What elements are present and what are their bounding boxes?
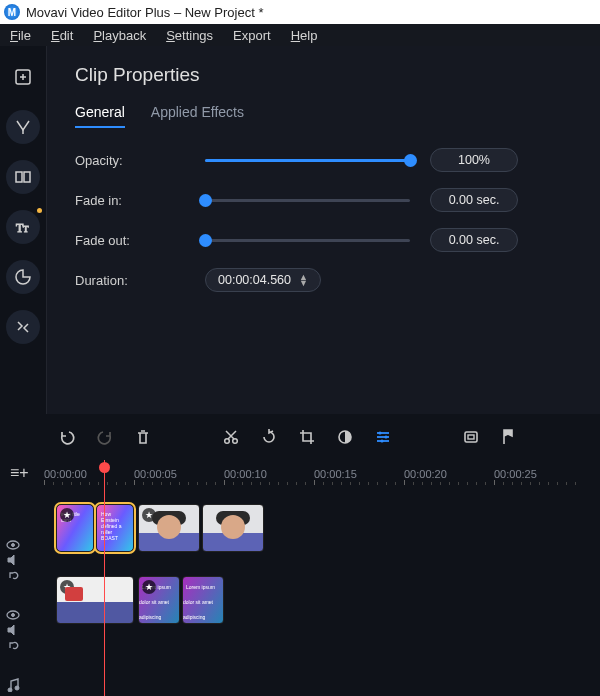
- playhead[interactable]: [104, 460, 105, 696]
- ruler-label: 00:00:15: [314, 468, 357, 480]
- svg-text:T: T: [23, 224, 29, 234]
- panel-tabs: General Applied Effects: [75, 104, 572, 128]
- video-track-2[interactable]: ★ ★ Lorem ipsum dolor sit amet adipiscin…: [42, 576, 600, 634]
- app-logo-icon: M: [4, 4, 20, 20]
- app-window: File Edit Playback Settings Export Help …: [0, 24, 600, 696]
- left-toolbar: TT: [0, 46, 46, 414]
- duration-spinner-icon[interactable]: ▲▼: [299, 274, 308, 286]
- svg-point-24: [15, 686, 19, 690]
- clip-properties-panel: Clip Properties General Applied Effects …: [46, 46, 600, 414]
- svg-point-20: [12, 544, 15, 547]
- clip-label: Lorem ipsum dolor sit amet adipiscing: [183, 580, 215, 624]
- notification-dot-icon: [37, 208, 42, 213]
- track2-controls[interactable]: [6, 610, 20, 650]
- menu-edit[interactable]: Edit: [51, 28, 73, 43]
- timeline-gutter: ≡+: [0, 460, 42, 696]
- clip-video-1[interactable]: ★: [138, 504, 200, 552]
- menu-file[interactable]: File: [10, 28, 31, 43]
- menu-help[interactable]: Help: [291, 28, 318, 43]
- panel-title: Clip Properties: [75, 64, 572, 86]
- titles-button[interactable]: TT: [6, 210, 40, 244]
- label-fadeout: Fade out:: [75, 233, 205, 248]
- audio-track[interactable]: [42, 652, 600, 674]
- label-duration: Duration:: [75, 273, 205, 288]
- clip-title-3[interactable]: ★ Lorem ipsum dolor sit amet adipiscing: [138, 576, 180, 624]
- clip-title-1[interactable]: ★ intro title card: [56, 504, 94, 552]
- clip-properties-button[interactable]: [369, 423, 397, 451]
- crop-button[interactable]: [293, 423, 321, 451]
- delete-button[interactable]: [129, 423, 157, 451]
- menu-bar: File Edit Playback Settings Export Help: [0, 24, 600, 46]
- favorite-icon: ★: [142, 580, 156, 594]
- add-marker-button[interactable]: [495, 423, 523, 451]
- transitions-button[interactable]: [6, 160, 40, 194]
- duration-text: 00:00:04.560: [218, 273, 291, 287]
- value-fadeout[interactable]: 0.00 sec.: [430, 228, 518, 252]
- record-voiceover-button[interactable]: [457, 423, 485, 451]
- clip-video-3[interactable]: ★: [56, 576, 134, 624]
- audio-track-icon[interactable]: [6, 678, 22, 692]
- row-fadein: Fade in: 0.00 sec.: [75, 188, 572, 212]
- value-opacity[interactable]: 100%: [430, 148, 518, 172]
- redo-button[interactable]: [91, 423, 119, 451]
- svg-point-14: [378, 431, 381, 434]
- menu-export[interactable]: Export: [233, 28, 271, 43]
- timeline-toolbar: [0, 414, 600, 460]
- ruler-label: 00:00:25: [494, 468, 537, 480]
- value-duration[interactable]: 00:00:04.560 ▲▼: [205, 268, 321, 292]
- window-titlebar: M Movavi Video Editor Plus – New Project…: [0, 0, 600, 24]
- row-fadeout: Fade out: 0.00 sec.: [75, 228, 572, 252]
- tracks-area: ★ intro title card How Einstein defined …: [42, 490, 600, 682]
- row-opacity: Opacity: 100%: [75, 148, 572, 172]
- color-adjust-button[interactable]: [331, 423, 359, 451]
- clip-title-2[interactable]: How Einstein defined a roller BOAST: [96, 504, 134, 552]
- menu-settings[interactable]: Settings: [166, 28, 213, 43]
- filters-button[interactable]: [6, 110, 40, 144]
- label-fadein: Fade in:: [75, 193, 205, 208]
- menu-playback[interactable]: Playback: [93, 28, 146, 43]
- svg-point-22: [12, 614, 15, 617]
- add-media-button[interactable]: [6, 60, 40, 94]
- main-area: TT Clip Properties General Applied Effec…: [0, 46, 600, 414]
- svg-point-15: [384, 435, 387, 438]
- slider-fadeout[interactable]: [205, 230, 410, 250]
- value-fadein[interactable]: 0.00 sec.: [430, 188, 518, 212]
- timeline[interactable]: ≡+ 00:00:00 00:00:05 00:00:10 00:00:15 0…: [0, 460, 600, 696]
- track1-controls[interactable]: [6, 540, 20, 580]
- tab-general[interactable]: General: [75, 104, 125, 128]
- ruler-label: 00:00:20: [404, 468, 447, 480]
- slider-fadein[interactable]: [205, 190, 410, 210]
- svg-rect-18: [468, 435, 474, 439]
- rotate-button[interactable]: [255, 423, 283, 451]
- clip-label: How Einstein defined a roller BOAST: [97, 505, 133, 547]
- tab-applied-effects[interactable]: Applied Effects: [151, 104, 244, 128]
- stickers-button[interactable]: [6, 260, 40, 294]
- split-button[interactable]: [217, 423, 245, 451]
- video-track-1[interactable]: ★ intro title card How Einstein defined …: [42, 504, 600, 562]
- timeline-ruler[interactable]: 00:00:00 00:00:05 00:00:10 00:00:15 00:0…: [42, 460, 600, 488]
- svg-rect-17: [465, 432, 477, 442]
- favorite-icon: ★: [60, 508, 74, 522]
- svg-rect-5: [24, 172, 30, 182]
- ruler-label: 00:00:10: [224, 468, 267, 480]
- svg-point-23: [8, 688, 12, 692]
- svg-rect-4: [16, 172, 22, 182]
- add-track-button[interactable]: ≡+: [10, 464, 29, 482]
- more-tools-button[interactable]: [6, 310, 40, 344]
- label-opacity: Opacity:: [75, 153, 205, 168]
- ruler-label: 00:00:00: [44, 468, 87, 480]
- window-title: Movavi Video Editor Plus – New Project *: [26, 5, 263, 20]
- svg-point-16: [380, 439, 383, 442]
- slider-opacity[interactable]: [205, 150, 410, 170]
- undo-button[interactable]: [53, 423, 81, 451]
- row-duration: Duration: 00:00:04.560 ▲▼: [75, 268, 572, 292]
- clip-video-2[interactable]: [202, 504, 264, 552]
- ruler-label: 00:00:05: [134, 468, 177, 480]
- clip-title-4[interactable]: Lorem ipsum dolor sit amet adipiscing: [182, 576, 224, 624]
